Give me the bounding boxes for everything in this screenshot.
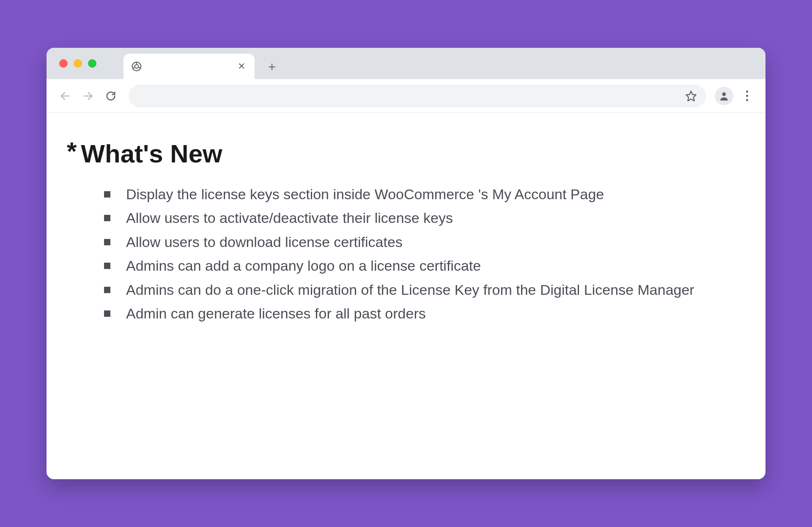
heading-text: What's New [81, 140, 222, 168]
bookmark-star-icon[interactable] [682, 87, 700, 105]
browser-toolbar [47, 79, 765, 113]
address-bar[interactable] [129, 85, 706, 107]
list-item: Admins can do a one-click migration of t… [104, 278, 742, 301]
reload-button[interactable] [102, 87, 120, 105]
heading-asterisk: * [67, 137, 77, 166]
list-item: Allow users to activate/deactivate their… [104, 206, 742, 229]
window-close-button[interactable] [59, 59, 68, 68]
feature-list: Display the license keys section inside … [67, 183, 742, 325]
forward-button[interactable] [79, 87, 97, 105]
chrome-favicon-icon [131, 61, 142, 72]
list-item: Admin can generate licenses for all past… [104, 302, 742, 325]
window-minimize-button[interactable] [74, 59, 82, 68]
list-item: Display the license keys section inside … [104, 183, 742, 206]
window-traffic-lights [59, 59, 96, 68]
new-tab-button[interactable]: ＋ [262, 57, 282, 76]
list-item: Allow users to download license certific… [104, 231, 742, 253]
svg-marker-4 [686, 91, 696, 101]
window-maximize-button[interactable] [88, 59, 96, 68]
browser-tab[interactable]: ✕ [123, 54, 255, 79]
back-button[interactable] [56, 87, 74, 105]
tab-close-button[interactable]: ✕ [236, 61, 247, 72]
page-heading: *What's New [67, 137, 742, 168]
page-content: *What's New Display the license keys sec… [47, 113, 765, 479]
svg-point-5 [722, 92, 726, 96]
tab-strip: ✕ ＋ [47, 48, 765, 79]
browser-window: ✕ ＋ *What's New Display the l [47, 48, 765, 479]
list-item: Admins can add a company logo on a licen… [104, 254, 742, 277]
svg-point-1 [135, 65, 139, 69]
profile-avatar-button[interactable] [715, 87, 733, 105]
browser-menu-button[interactable] [738, 87, 756, 105]
